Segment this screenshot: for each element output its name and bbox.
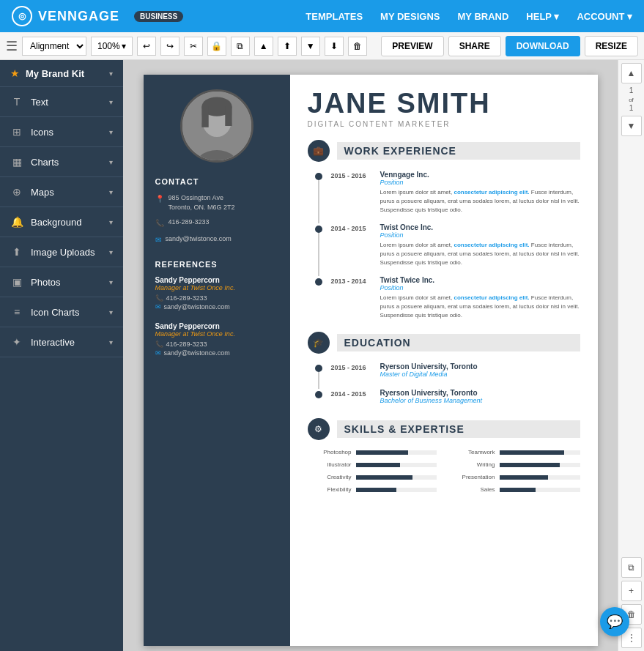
- education-icon: 🎓: [308, 332, 330, 354]
- download-button[interactable]: DOWNLOAD: [506, 36, 580, 56]
- candidate-name: JANE SMITH: [308, 89, 580, 117]
- skill-teamwork: Teamwork: [451, 449, 580, 455]
- share-button[interactable]: SHARE: [448, 36, 501, 56]
- interactive-icon: ✦: [10, 336, 23, 348]
- scroll-up-btn[interactable]: ▲: [621, 63, 642, 83]
- alignment-select[interactable]: Alignment: [22, 37, 86, 56]
- address-icon: 📍: [155, 194, 164, 204]
- work-content-3: Twist Twice Inc. Position Lorem ipsum do…: [380, 276, 580, 320]
- brand-kit-arrow: ▾: [109, 70, 113, 78]
- sidebar-item-icon-charts[interactable]: ≡ Icon Charts ▾: [0, 297, 123, 327]
- ref2-email-icon: ✉: [155, 349, 161, 357]
- ref2-phone: 📞 416-289-3233: [155, 341, 278, 348]
- align-up-btn[interactable]: ⬆: [278, 37, 297, 56]
- page-of: of: [629, 97, 634, 103]
- timeline-dot-3: [315, 278, 322, 286]
- sidebar-item-maps[interactable]: ⊕ Maps ▾: [0, 177, 123, 207]
- skills-header: ⚙ SKILLS & EXPERTISE: [308, 418, 580, 440]
- redo-btn[interactable]: ↪: [160, 37, 179, 56]
- add-page-btn[interactable]: +: [621, 581, 642, 601]
- right-panel: ▲ 1 of 1 ▼ ⧉ + 🗑 ⋮: [618, 60, 644, 651]
- sidebar-item-background[interactable]: 🔔 Background ▾: [0, 207, 123, 237]
- background-label: Background: [31, 217, 102, 228]
- chat-bubble[interactable]: 💬: [600, 607, 629, 636]
- hamburger-icon[interactable]: ☰: [6, 38, 18, 54]
- skill-creativity: Creativity: [308, 474, 437, 480]
- ref1-email: ✉ sandy@twistonce.com: [155, 303, 278, 310]
- icon-charts-arrow: ▾: [109, 308, 113, 316]
- nav-mydesigns[interactable]: MY DESIGNS: [380, 11, 440, 22]
- copy-page-btn[interactable]: ⧉: [621, 557, 642, 578]
- ref2-name: Sandy Peppercorn: [155, 322, 278, 330]
- icons-arrow: ▾: [109, 128, 113, 136]
- references-section: REFERENCES Sandy Peppercorn Manager at T…: [155, 260, 278, 357]
- skill-photoshop-label: Photoshop: [308, 449, 352, 455]
- contact-section: CONTACT 📍 985 Ossington AveToronto, ON. …: [155, 177, 278, 245]
- photos-label: Photos: [31, 277, 102, 288]
- copy-btn[interactable]: ⧉: [231, 37, 250, 56]
- skill-illustrator-label: Illustrator: [308, 461, 352, 468]
- phone-icon: 📞: [155, 218, 164, 228]
- up-btn[interactable]: ▲: [254, 37, 273, 56]
- nav-mybrand[interactable]: MY BRAND: [458, 11, 509, 22]
- ref1-email-icon: ✉: [155, 303, 161, 310]
- photo-container: [155, 89, 278, 163]
- sidebar-item-interactive[interactable]: ✦ Interactive ▾: [0, 327, 123, 357]
- sidebar-item-charts[interactable]: ▦ Charts ▾: [0, 147, 123, 177]
- svg-rect-4: [201, 107, 208, 127]
- work-company-3: Twist Twice Inc.: [380, 276, 580, 284]
- work-company-2: Twist Once Inc.: [380, 223, 580, 231]
- edu-content-1: Ryerson University, Toronto Master of Di…: [380, 362, 580, 380]
- logo-text: VENNGAGE: [38, 9, 119, 24]
- zoom-btn[interactable]: 100% ▾: [91, 37, 133, 56]
- references-title: REFERENCES: [155, 260, 278, 269]
- scroll-down-btn[interactable]: ▼: [621, 116, 642, 136]
- work-position-2: Position: [380, 231, 580, 239]
- photos-arrow: ▾: [109, 278, 113, 286]
- timeline-dot-1: [315, 173, 322, 180]
- nav-templates[interactable]: TEMPLATES: [306, 11, 363, 22]
- logo[interactable]: ◎ VENNGAGE: [12, 6, 119, 26]
- work-date-2: 2014 - 2015: [331, 225, 371, 267]
- ref2-title: Manager at Twist Once Inc.: [155, 330, 278, 338]
- align-down-btn[interactable]: ⬇: [325, 37, 344, 56]
- timeline-line-2: [318, 233, 319, 276]
- skills-grid: Photoshop Teamwork Illustrator Writ: [308, 449, 580, 496]
- skill-presentation-label: Presentation: [451, 474, 495, 480]
- sidebar-item-photos[interactable]: ▣ Photos ▾: [0, 267, 123, 297]
- delete-btn[interactable]: 🗑: [348, 37, 367, 56]
- maps-label: Maps: [31, 187, 102, 198]
- sidebar-item-text[interactable]: T Text ▾: [0, 87, 123, 117]
- lock-btn[interactable]: 🔒: [207, 37, 226, 56]
- nav-account[interactable]: ACCOUNT ▾: [577, 11, 632, 22]
- resume-document: CONTACT 📍 985 Ossington AveToronto, ON. …: [144, 75, 598, 646]
- sidebar-item-icons[interactable]: ⊞ Icons ▾: [0, 117, 123, 147]
- edu-degree-1: Master of Digital Media: [380, 371, 580, 378]
- ref1-phone-icon: 📞: [155, 294, 163, 302]
- interactive-label: Interactive: [31, 337, 102, 348]
- sidebar-item-image-uploads[interactable]: ⬆ Image Uploads ▾: [0, 237, 123, 267]
- resume-left-panel: CONTACT 📍 985 Ossington AveToronto, ON. …: [144, 75, 290, 646]
- cut-btn[interactable]: ✂: [184, 37, 203, 56]
- image-uploads-icon: ⬆: [10, 246, 23, 258]
- nav-links: TEMPLATES MY DESIGNS MY BRAND HELP ▾ ACC…: [306, 11, 632, 22]
- contact-address: 📍 985 Ossington AveToronto, ON. M6G 2T2: [155, 193, 278, 212]
- canvas-area[interactable]: CONTACT 📍 985 Ossington AveToronto, ON. …: [123, 60, 618, 651]
- edu-degree-2: Bachelor of Business Management: [380, 397, 580, 404]
- work-item-1: 2015 - 2016 Venngage Inc. Position Lorem…: [315, 171, 580, 215]
- sidebar: ★ My Brand Kit ▾ T Text ▾ ⊞ Icons ▾ ▦ Ch…: [0, 60, 123, 651]
- undo-btn[interactable]: ↩: [137, 37, 156, 56]
- down-btn[interactable]: ▼: [301, 37, 320, 56]
- top-navigation: ◎ VENNGAGE BUSINESS TEMPLATES MY DESIGNS…: [0, 0, 644, 32]
- skill-sales: Sales: [451, 486, 580, 493]
- skill-presentation: Presentation: [451, 474, 580, 480]
- icons-icon: ⊞: [10, 126, 23, 138]
- sidebar-brand-kit[interactable]: ★ My Brand Kit ▾: [0, 60, 123, 87]
- resize-button[interactable]: RESIZE: [585, 36, 638, 56]
- skill-sales-label: Sales: [451, 486, 495, 493]
- charts-icon: ▦: [10, 156, 23, 168]
- work-date-3: 2013 - 2014: [331, 278, 371, 320]
- preview-button[interactable]: PREVIEW: [381, 36, 443, 56]
- nav-help[interactable]: HELP ▾: [526, 11, 559, 22]
- photos-icon: ▣: [10, 276, 23, 288]
